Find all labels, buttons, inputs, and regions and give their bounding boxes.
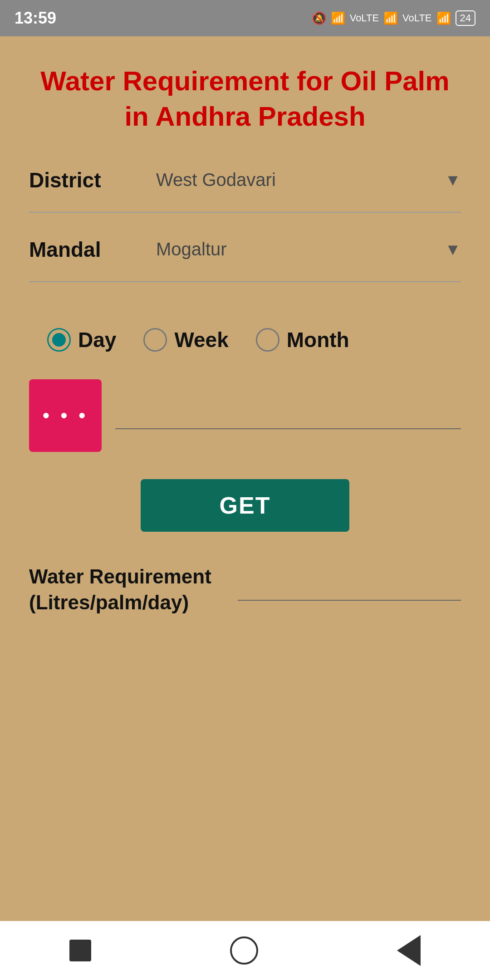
status-time: 13:59 [15, 9, 56, 28]
signal2-icon: 📶 [383, 11, 398, 25]
district-row: District West Godavari ▼ [29, 166, 461, 194]
nav-bar [0, 921, 490, 980]
status-icons: 🔕 📶 VoLTE 📶 VoLTE 📶 24 [312, 10, 475, 26]
mandal-dropdown[interactable]: Mogaltur ▼ [156, 235, 461, 263]
recent-apps-button[interactable] [60, 931, 100, 970]
radio-day[interactable]: Day [47, 328, 116, 352]
radio-week[interactable]: Week [143, 328, 228, 352]
date-row: • • • [29, 379, 461, 452]
radio-day-label: Day [78, 328, 116, 352]
get-button[interactable]: GET [141, 479, 349, 532]
back-button[interactable] [388, 926, 430, 975]
radio-week-circle [143, 328, 167, 352]
mandal-label: Mandal [29, 237, 156, 262]
radio-day-inner [52, 333, 66, 347]
wifi-icon: 📶 [436, 11, 451, 25]
result-row: Water Requirement (Litres/palm/day) [29, 564, 461, 615]
status-bar: 13:59 🔕 📶 VoLTE 📶 VoLTE 📶 24 [0, 0, 490, 36]
home-button[interactable] [221, 927, 267, 974]
result-label: Water Requirement (Litres/palm/day) [29, 564, 220, 615]
back-icon [397, 935, 421, 966]
district-divider [29, 212, 461, 213]
battery-indicator: 24 [456, 10, 475, 26]
radio-day-circle [47, 328, 71, 352]
dots-icon: • • • [43, 404, 88, 427]
radio-month-label: Month [287, 328, 349, 352]
mute-icon: 🔕 [312, 11, 326, 25]
page-title: Water Requirement for Oil Palm in Andhra… [29, 64, 461, 134]
period-radio-group: Day Week Month [29, 328, 461, 352]
recent-apps-icon [69, 940, 91, 961]
result-value-line [238, 578, 461, 601]
district-value: West Godavari [156, 170, 276, 190]
signal-icon: 📶 [331, 11, 345, 25]
mandal-row: Mandal Mogaltur ▼ [29, 235, 461, 263]
mandal-arrow-icon: ▼ [445, 240, 461, 259]
main-content: Water Requirement for Oil Palm in Andhra… [0, 36, 490, 921]
district-dropdown[interactable]: West Godavari ▼ [156, 166, 461, 194]
date-picker-button[interactable]: • • • [29, 379, 102, 452]
radio-month[interactable]: Month [256, 328, 349, 352]
date-input[interactable] [115, 402, 461, 429]
district-label: District [29, 168, 156, 192]
lte2-icon: VoLTE [402, 12, 431, 24]
radio-month-circle [256, 328, 279, 352]
mandal-value: Mogaltur [156, 239, 227, 260]
home-icon [230, 936, 258, 965]
radio-week-label: Week [174, 328, 228, 352]
district-arrow-icon: ▼ [445, 171, 461, 190]
mandal-divider [29, 281, 461, 282]
lte-icon: VoLTE [350, 12, 379, 24]
